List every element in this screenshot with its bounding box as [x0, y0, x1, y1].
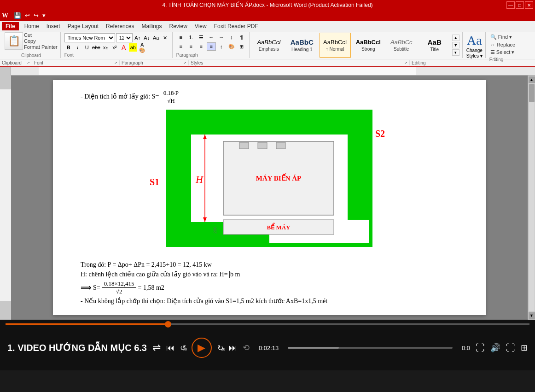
home-menu[interactable]: Home — [21, 22, 43, 30]
progress-handle[interactable] — [165, 321, 171, 328]
bullets-button[interactable]: ≡ — [176, 33, 186, 41]
text-line-1: Trong đó: P = Δpo+ ΔPn = 2,415+10 = 12, … — [81, 261, 458, 269]
cut-button[interactable]: Cut — [24, 32, 58, 38]
highlight-button[interactable]: ab — [129, 43, 137, 52]
undo-qa-button[interactable]: ↩ — [24, 12, 31, 19]
maximize-button[interactable]: □ — [516, 1, 524, 9]
change-styles-label[interactable]: ChangeStyles ▾ — [466, 48, 483, 59]
vertical-scrollbar[interactable]: ▲ ▼ — [528, 76, 535, 320]
view-menu[interactable]: View — [191, 22, 210, 30]
style-strong[interactable]: AaBbCcI Strong — [353, 33, 384, 58]
close-button[interactable]: ✕ — [525, 1, 533, 9]
numbering-button[interactable]: 1. — [186, 33, 196, 41]
font-color-button[interactable]: A — [120, 43, 128, 52]
underline-button[interactable]: U — [83, 43, 91, 52]
qa-dropdown-button[interactable]: ▾ — [41, 12, 47, 19]
font-size-select[interactable]: 12 — [116, 33, 133, 42]
svg-text:S1: S1 — [150, 177, 159, 187]
shuffle-button[interactable]: ⇌ — [152, 342, 161, 354]
screen-button[interactable]: ⛶ — [476, 343, 485, 353]
style-emphasis[interactable]: AaBbCcl Emphasis — [253, 33, 285, 58]
change-case-button[interactable]: Aa — [152, 34, 160, 42]
styles-up-button[interactable]: ▲ — [452, 35, 459, 41]
sort-button[interactable]: ↕ — [227, 33, 236, 41]
progress-bar-container[interactable] — [6, 323, 529, 325]
review-menu[interactable]: Review — [165, 22, 191, 30]
ribbon: 📋 Cut Copy Format Painter Clipboard Time… — [0, 31, 535, 67]
rewind-button[interactable]: ↺10 — [180, 344, 186, 352]
bold-button[interactable]: B — [64, 43, 73, 52]
clipboard-group: 📋 Cut Copy Format Painter Clipboard — [2, 32, 61, 58]
emphasis-label: Emphasis — [259, 47, 279, 52]
prev-button[interactable]: ⏮ — [166, 343, 174, 353]
shading-para-button[interactable]: 🎨 — [227, 42, 236, 51]
font-expand-icon[interactable]: ↗ — [114, 61, 117, 65]
scroll-thumb[interactable] — [529, 84, 535, 102]
change-styles-icon[interactable]: Aa — [467, 33, 482, 48]
no-repeat-button[interactable]: ⟲ — [243, 343, 250, 353]
strong-preview: AaBbCcI — [356, 39, 381, 46]
borders-button[interactable]: ⊞ — [237, 42, 246, 51]
volume-button[interactable]: 🔊 — [490, 343, 500, 353]
style-title[interactable]: AaB Title — [419, 33, 450, 58]
increase-indent-button[interactable]: → — [217, 33, 226, 41]
fullscreen-button[interactable]: ⛶ — [506, 343, 515, 353]
decrease-font-button[interactable]: A↓ — [143, 34, 151, 42]
play-button[interactable]: ▶ — [192, 338, 212, 358]
copy-button[interactable]: Copy — [24, 38, 58, 44]
scroll-down-button[interactable]: ▼ — [529, 312, 535, 319]
decrease-indent-button[interactable]: ← — [207, 33, 216, 41]
find-button[interactable]: 🔍 Find ▾ — [489, 33, 516, 41]
increase-font-button[interactable]: A↑ — [134, 34, 142, 42]
next-button[interactable]: ⏭ — [229, 343, 237, 353]
scroll-up-button[interactable]: ▲ — [529, 76, 535, 83]
ribbon-bottom: Clipboard ↗ Font ↗ Paragraph ↗ Styles ↗ … — [0, 59, 535, 66]
style-subtitle[interactable]: AaBbCc Subtitle — [386, 33, 417, 58]
align-center-button[interactable]: ≡ — [186, 42, 196, 51]
svg-rect-8 — [348, 111, 371, 220]
file-menu[interactable]: File — [2, 22, 19, 30]
styles-expand-button[interactable]: ▾ — [452, 49, 459, 56]
quick-access-toolbar: W 💾 ↩ ↪ ▾ — [0, 10, 535, 21]
clipboard-expand-icon[interactable]: ↗ — [27, 61, 30, 65]
mini-progress[interactable] — [288, 347, 453, 349]
redo-qa-button[interactable]: ↪ — [33, 12, 40, 19]
show-marks-button[interactable]: ¶ — [237, 33, 246, 41]
save-qa-button[interactable]: 💾 — [13, 12, 22, 19]
minimize-button[interactable]: — — [506, 1, 515, 9]
paste-button[interactable]: 📋 — [5, 32, 23, 50]
forward-button[interactable]: ↻30 — [217, 344, 223, 352]
editing-group: 🔍 Find ▾ ↔ Replace ☰ Select ▾ Editing — [487, 32, 519, 58]
foxit-menu[interactable]: Foxit Reader PDF — [210, 22, 262, 30]
shading-button[interactable]: A🎨 — [138, 43, 146, 52]
word-icon: W — [2, 12, 8, 19]
subtitle-preview: AaBbCc — [390, 39, 413, 46]
italic-button[interactable]: I — [74, 43, 82, 52]
strikethrough-button[interactable]: abc — [92, 43, 100, 52]
more-button[interactable]: ⊞ — [521, 343, 528, 353]
mailings-menu[interactable]: Mailings — [138, 22, 165, 30]
format-painter-button[interactable]: Format Painter — [24, 44, 58, 50]
multilevel-button[interactable]: ☰ — [197, 33, 206, 41]
styles-down-button[interactable]: ▼ — [452, 42, 459, 48]
style-heading1[interactable]: AaBbC Heading 1 — [286, 33, 318, 58]
paragraph-expand-icon[interactable]: ↗ — [183, 61, 186, 65]
current-time: 0:02:13 — [259, 345, 279, 351]
insert-menu[interactable]: Insert — [43, 22, 64, 30]
style-normal[interactable]: AaBbCcI ↑ Normal — [320, 33, 351, 58]
page-layout-menu[interactable]: Page Layout — [64, 22, 102, 30]
superscript-button[interactable]: x² — [110, 43, 119, 52]
select-button[interactable]: ☰ Select ▾ — [489, 48, 516, 56]
line-spacing-button[interactable]: ↕ — [217, 42, 226, 51]
document-scroll[interactable]: - Diện tích lỗ mở lấy gió: S= 0.18·P √H — [11, 76, 528, 320]
subscript-button[interactable]: x₂ — [101, 43, 110, 52]
replace-button[interactable]: ↔ Replace — [489, 41, 516, 48]
video-title: 1. VIDEO HƯỚNG DẪN MỤC 6.3 — [7, 342, 147, 353]
align-left-button[interactable]: ≡ — [176, 42, 186, 51]
justify-button[interactable]: ≡ — [207, 42, 216, 51]
font-name-select[interactable]: Times New Rom — [64, 33, 115, 42]
references-menu[interactable]: References — [102, 22, 138, 30]
styles-expand-icon[interactable]: ↗ — [404, 61, 407, 65]
align-right-button[interactable]: ≡ — [197, 42, 206, 51]
clear-format-button[interactable]: ✕ — [161, 34, 169, 42]
